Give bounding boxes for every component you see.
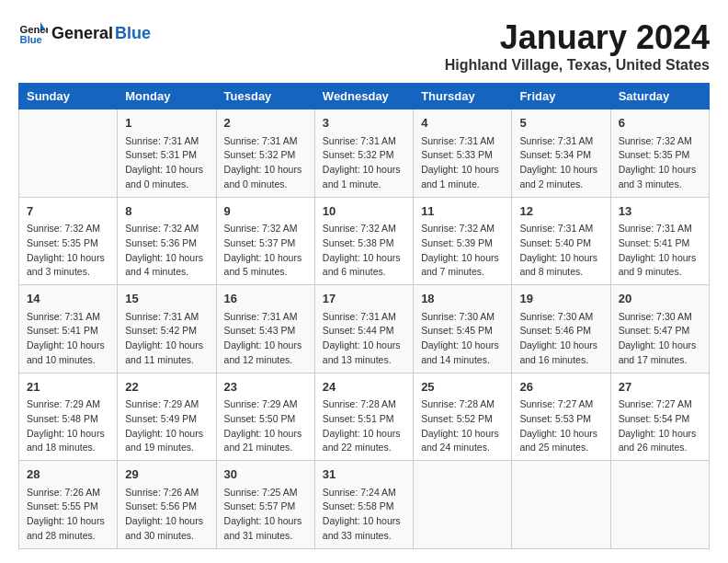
day-info: Sunrise: 7:32 AMSunset: 5:35 PMDaylight:…: [27, 222, 109, 280]
calendar-cell: 17Sunrise: 7:31 AMSunset: 5:44 PMDayligh…: [314, 285, 413, 373]
week-row-1: 1Sunrise: 7:31 AMSunset: 5:31 PMDaylight…: [19, 109, 710, 198]
day-info: Sunrise: 7:31 AMSunset: 5:32 PMDaylight:…: [323, 134, 405, 192]
day-info: Sunrise: 7:32 AMSunset: 5:37 PMDaylight:…: [224, 222, 307, 280]
col-monday: Monday: [118, 84, 216, 109]
calendar-cell: 26Sunrise: 7:27 AMSunset: 5:53 PMDayligh…: [512, 373, 610, 461]
calendar-cell: 2Sunrise: 7:31 AMSunset: 5:32 PMDaylight…: [216, 109, 314, 198]
day-info: Sunrise: 7:31 AMSunset: 5:44 PMDaylight:…: [323, 310, 405, 368]
day-number: 5: [519, 114, 602, 132]
day-number: 27: [619, 378, 701, 396]
day-info: Sunrise: 7:32 AMSunset: 5:36 PMDaylight:…: [125, 222, 208, 280]
day-number: 6: [619, 114, 701, 132]
day-info: Sunrise: 7:31 AMSunset: 5:43 PMDaylight:…: [224, 310, 307, 368]
page-header: General Blue General Blue January 2024 H…: [18, 18, 710, 74]
day-info: Sunrise: 7:28 AMSunset: 5:51 PMDaylight:…: [323, 397, 405, 455]
day-number: 16: [224, 290, 307, 308]
col-friday: Friday: [512, 84, 610, 109]
calendar-cell: 15Sunrise: 7:31 AMSunset: 5:42 PMDayligh…: [118, 285, 216, 373]
calendar-cell: 21Sunrise: 7:29 AMSunset: 5:48 PMDayligh…: [19, 373, 118, 461]
day-number: 21: [27, 378, 109, 396]
day-info: Sunrise: 7:31 AMSunset: 5:31 PMDaylight:…: [125, 134, 208, 192]
calendar-cell: 9Sunrise: 7:32 AMSunset: 5:37 PMDaylight…: [216, 197, 314, 285]
calendar-cell: 22Sunrise: 7:29 AMSunset: 5:49 PMDayligh…: [118, 373, 216, 461]
week-row-2: 7Sunrise: 7:32 AMSunset: 5:35 PMDaylight…: [19, 197, 710, 285]
logo-general: General: [51, 24, 113, 43]
calendar-cell: [19, 109, 118, 198]
day-info: Sunrise: 7:26 AMSunset: 5:56 PMDaylight:…: [125, 486, 208, 544]
day-number: 24: [323, 378, 405, 396]
month-title: January 2024: [445, 18, 710, 57]
calendar-cell: 11Sunrise: 7:32 AMSunset: 5:39 PMDayligh…: [414, 197, 512, 285]
day-number: 13: [619, 202, 701, 221]
day-info: Sunrise: 7:29 AMSunset: 5:49 PMDaylight:…: [125, 397, 208, 455]
day-info: Sunrise: 7:25 AMSunset: 5:57 PMDaylight:…: [224, 486, 307, 544]
week-row-3: 14Sunrise: 7:31 AMSunset: 5:41 PMDayligh…: [19, 285, 710, 373]
calendar-cell: [414, 461, 512, 549]
day-info: Sunrise: 7:31 AMSunset: 5:34 PMDaylight:…: [519, 134, 602, 192]
calendar-cell: [610, 461, 709, 549]
day-info: Sunrise: 7:31 AMSunset: 5:41 PMDaylight:…: [27, 310, 109, 368]
day-number: 31: [323, 465, 405, 484]
day-info: Sunrise: 7:27 AMSunset: 5:54 PMDaylight:…: [619, 397, 701, 455]
day-info: Sunrise: 7:29 AMSunset: 5:48 PMDaylight:…: [27, 397, 109, 455]
col-thursday: Thursday: [414, 84, 512, 109]
calendar-cell: 13Sunrise: 7:31 AMSunset: 5:41 PMDayligh…: [610, 197, 709, 285]
day-number: 9: [224, 202, 307, 221]
day-number: 18: [421, 290, 504, 308]
calendar-cell: 5Sunrise: 7:31 AMSunset: 5:34 PMDaylight…: [512, 109, 610, 198]
calendar-cell: 29Sunrise: 7:26 AMSunset: 5:56 PMDayligh…: [118, 461, 216, 549]
calendar-cell: 1Sunrise: 7:31 AMSunset: 5:31 PMDaylight…: [118, 109, 216, 198]
calendar-cell: 28Sunrise: 7:26 AMSunset: 5:55 PMDayligh…: [19, 461, 118, 549]
calendar-cell: 27Sunrise: 7:27 AMSunset: 5:54 PMDayligh…: [610, 373, 709, 461]
day-number: 2: [224, 114, 307, 132]
day-info: Sunrise: 7:30 AMSunset: 5:46 PMDaylight:…: [519, 310, 602, 368]
col-saturday: Saturday: [610, 84, 709, 109]
calendar-cell: 25Sunrise: 7:28 AMSunset: 5:52 PMDayligh…: [414, 373, 512, 461]
logo-blue: Blue: [115, 24, 151, 43]
svg-text:Blue: Blue: [20, 34, 42, 45]
day-number: 25: [421, 378, 504, 396]
logo-icon: General Blue: [18, 18, 48, 48]
calendar-cell: 20Sunrise: 7:30 AMSunset: 5:47 PMDayligh…: [610, 285, 709, 373]
day-number: 26: [519, 378, 602, 396]
day-number: 23: [224, 378, 307, 396]
day-number: 7: [27, 202, 109, 221]
day-info: Sunrise: 7:31 AMSunset: 5:33 PMDaylight:…: [421, 134, 504, 192]
week-row-5: 28Sunrise: 7:26 AMSunset: 5:55 PMDayligh…: [19, 461, 710, 549]
calendar-body: 1Sunrise: 7:31 AMSunset: 5:31 PMDaylight…: [19, 109, 710, 549]
day-number: 20: [619, 290, 701, 308]
day-info: Sunrise: 7:31 AMSunset: 5:32 PMDaylight:…: [224, 134, 307, 192]
calendar-cell: 7Sunrise: 7:32 AMSunset: 5:35 PMDaylight…: [19, 197, 118, 285]
col-wednesday: Wednesday: [314, 84, 413, 109]
day-info: Sunrise: 7:30 AMSunset: 5:45 PMDaylight:…: [421, 310, 504, 368]
day-info: Sunrise: 7:31 AMSunset: 5:42 PMDaylight:…: [125, 310, 208, 368]
day-number: 22: [125, 378, 208, 396]
day-number: 1: [125, 114, 208, 132]
day-number: 8: [125, 202, 208, 221]
calendar-table: Sunday Monday Tuesday Wednesday Thursday…: [18, 83, 710, 549]
calendar-cell: 8Sunrise: 7:32 AMSunset: 5:36 PMDaylight…: [118, 197, 216, 285]
day-info: Sunrise: 7:31 AMSunset: 5:41 PMDaylight:…: [619, 222, 701, 280]
calendar-cell: 10Sunrise: 7:32 AMSunset: 5:38 PMDayligh…: [314, 197, 413, 285]
day-number: 28: [27, 465, 109, 484]
col-sunday: Sunday: [19, 84, 118, 109]
day-info: Sunrise: 7:30 AMSunset: 5:47 PMDaylight:…: [619, 310, 701, 368]
calendar-cell: 3Sunrise: 7:31 AMSunset: 5:32 PMDaylight…: [314, 109, 413, 198]
day-number: 10: [323, 202, 405, 221]
day-info: Sunrise: 7:32 AMSunset: 5:35 PMDaylight:…: [619, 134, 701, 192]
day-number: 15: [125, 290, 208, 308]
calendar-cell: 19Sunrise: 7:30 AMSunset: 5:46 PMDayligh…: [512, 285, 610, 373]
calendar-cell: 16Sunrise: 7:31 AMSunset: 5:43 PMDayligh…: [216, 285, 314, 373]
location: Highland Village, Texas, United States: [445, 57, 710, 74]
calendar-header: Sunday Monday Tuesday Wednesday Thursday…: [19, 84, 710, 109]
day-info: Sunrise: 7:29 AMSunset: 5:50 PMDaylight:…: [224, 397, 307, 455]
calendar-cell: 4Sunrise: 7:31 AMSunset: 5:33 PMDaylight…: [414, 109, 512, 198]
calendar-cell: 6Sunrise: 7:32 AMSunset: 5:35 PMDaylight…: [610, 109, 709, 198]
day-number: 30: [224, 465, 307, 484]
calendar-cell: 23Sunrise: 7:29 AMSunset: 5:50 PMDayligh…: [216, 373, 314, 461]
header-row: Sunday Monday Tuesday Wednesday Thursday…: [19, 84, 710, 109]
day-info: Sunrise: 7:31 AMSunset: 5:40 PMDaylight:…: [519, 222, 602, 280]
day-info: Sunrise: 7:26 AMSunset: 5:55 PMDaylight:…: [27, 486, 109, 544]
calendar-cell: 18Sunrise: 7:30 AMSunset: 5:45 PMDayligh…: [414, 285, 512, 373]
calendar-cell: [512, 461, 610, 549]
